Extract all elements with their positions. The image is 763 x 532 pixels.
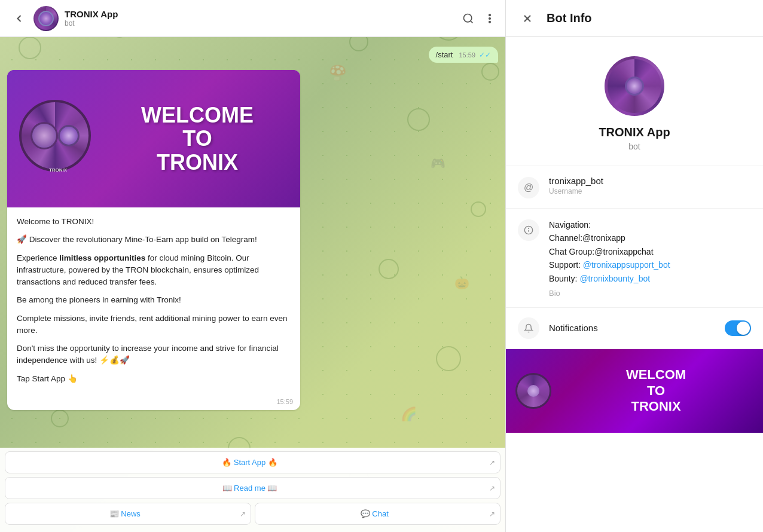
bio-bounty-link[interactable]: @tronixbounty_bot	[579, 274, 650, 283]
read-me-icon: ↗	[489, 484, 495, 493]
header-actions	[462, 13, 496, 25]
body-p1: Welcome to TRONIX!	[17, 216, 291, 228]
chat-messages: /start 15:59 ✓✓ TRONIX WELCOME TO TRONI	[0, 37, 505, 448]
thumb-welcome2: TO	[647, 383, 665, 398]
body-p6: Don't miss the opportunity to increase y…	[17, 343, 291, 367]
username-row: @ tronixapp_bot Username	[506, 166, 763, 209]
bio-row: Navigation: Channel:@tronixapp Chat Grou…	[506, 209, 763, 308]
close-button[interactable]	[518, 9, 537, 28]
chat-panel: 🌟 🍄 🎮 🐱 🎃 🎪 🌈 TRONIX App bot	[0, 0, 505, 532]
back-button[interactable]	[10, 9, 29, 28]
panel-title: Bot Info	[547, 11, 592, 25]
news-button[interactable]: 📰 News ↗	[5, 503, 251, 525]
start-message-text: /start	[436, 50, 453, 59]
bio-bounty-pre: Bounty:	[549, 274, 579, 283]
chat-header: TRONIX App bot	[0, 0, 505, 37]
start-app-label: 🔥 Start App 🔥	[10, 458, 489, 467]
read-me-label: 📖 Read me 📖	[10, 484, 489, 493]
thumbnail-text: WELCOM TO TRONIX	[551, 367, 753, 414]
chat-icon: ↗	[489, 510, 495, 518]
bot-name: TRONIX App	[599, 126, 670, 139]
bio-navigation: Navigation:	[549, 220, 591, 230]
notifications-row: Notifications	[506, 308, 763, 349]
header-info: TRONIX App bot	[65, 9, 462, 27]
info-body: TRONIX App bot @ tronixapp_bot Username	[506, 37, 763, 532]
thumbnail-fan-center	[527, 385, 539, 397]
body-p2: 🚀 Discover the revolutionary Mine-To-Ear…	[17, 234, 291, 246]
svg-point-27	[489, 21, 491, 23]
body-p5: Complete missions, invite friends, rent …	[17, 313, 291, 337]
notifications-toggle[interactable]	[725, 320, 751, 336]
bio-chat-group: Chat Group:@tronixappchat	[549, 247, 654, 256]
card-footer: 15:59	[7, 398, 300, 410]
bio-support-pre: Support:	[549, 260, 583, 270]
body-p4: Be among the pioneers in earning with Tr…	[17, 294, 291, 306]
chat-button[interactable]: 💬 Chat ↗	[255, 503, 501, 525]
welcome-text: WELCOME TO TRONIX	[97, 103, 288, 175]
fan-icon: TRONIX	[19, 100, 97, 178]
start-app-icon: ↗	[489, 458, 495, 467]
info-thumbnail: WELCOM TO TRONIX	[506, 349, 763, 433]
app-status: bot	[65, 19, 462, 27]
read-me-button[interactable]: 📖 Read me 📖 ↗	[5, 477, 500, 499]
body-p7: Tap Start App 👆	[17, 373, 291, 385]
username-label: Username	[549, 187, 751, 195]
avatar	[33, 6, 59, 31]
card-body: Welcome to TRONIX! 🚀 Discover the revolu…	[7, 207, 300, 398]
chat-label: 💬 Chat	[260, 509, 490, 518]
bio-content: Navigation: Channel:@tronixapp Chat Grou…	[549, 218, 751, 298]
welcome-line2: TO	[182, 126, 212, 151]
thumbnail-fan	[515, 373, 551, 409]
card-image: TRONIX WELCOME TO TRONIX	[7, 70, 300, 207]
svg-point-26	[489, 17, 491, 19]
bio-label: Bio	[549, 289, 751, 298]
at-icon: @	[518, 177, 539, 198]
bio-channel: Channel:@tronixapp	[549, 233, 625, 243]
start-app-button[interactable]: 🔥 Start App 🔥 ↗	[5, 451, 500, 473]
notifications-label: Notifications	[549, 323, 715, 333]
chat-buttons: 🔥 Start App 🔥 ↗ 📖 Read me 📖 ↗ 📰 News ↗ 💬…	[0, 448, 505, 532]
bot-type: bot	[628, 142, 640, 151]
welcome-line1: WELCOME	[141, 103, 254, 127]
news-label: 📰 News	[10, 509, 240, 518]
bio-text: Navigation: Channel:@tronixapp Chat Grou…	[549, 218, 751, 285]
bot-avatar-center	[625, 77, 644, 96]
start-message-ticks: ✓✓	[479, 51, 491, 59]
fan-circle	[19, 100, 91, 172]
chat-btn-row-2: 📖 Read me 📖 ↗	[5, 477, 500, 499]
bio-support-link[interactable]: @tronixappsupport_bot	[583, 260, 670, 270]
bell-icon	[518, 317, 539, 339]
fan-label: TRONIX	[49, 167, 67, 173]
chat-btn-row-1: 🔥 Start App 🔥 ↗	[5, 451, 500, 473]
username-content: tronixapp_bot Username	[549, 176, 751, 195]
username-value: tronixapp_bot	[549, 176, 751, 186]
app-name: TRONIX App	[65, 9, 462, 19]
start-message-time: 15:59	[459, 51, 475, 59]
svg-line-24	[471, 20, 473, 23]
chat-btn-row-3: 📰 News ↗ 💬 Chat ↗	[5, 503, 500, 525]
svg-point-23	[464, 14, 472, 22]
info-panel: Bot Info TRONIX App bot @ tronixapp_bot …	[505, 0, 763, 532]
svg-point-25	[489, 14, 491, 16]
body-p3: Experience limitless opportunities for c…	[17, 252, 291, 289]
info-header: Bot Info	[506, 0, 763, 37]
bot-avatar	[605, 56, 664, 116]
bot-message-card: TRONIX WELCOME TO TRONIX Welcome to TRON…	[7, 70, 300, 410]
bot-profile: TRONIX App bot	[506, 37, 763, 166]
news-icon: ↗	[240, 510, 246, 518]
start-message: /start 15:59 ✓✓	[429, 47, 498, 63]
card-time: 15:59	[276, 398, 293, 405]
thumb-welcome3: TRONIX	[631, 399, 680, 414]
info-icon	[518, 219, 539, 241]
avatar-inner	[35, 7, 57, 30]
welcome-line3: TRONIX	[157, 150, 238, 175]
bot-avatar-inner	[608, 59, 661, 113]
thumb-welcome1: WELCOM	[626, 367, 686, 382]
menu-button[interactable]	[484, 13, 496, 25]
search-button[interactable]	[462, 13, 474, 25]
